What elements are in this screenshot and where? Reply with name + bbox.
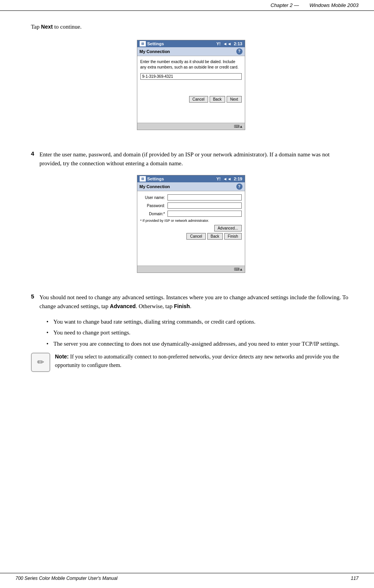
signal-2: Y! (216, 177, 220, 181)
step4-number: 4 (31, 150, 39, 168)
main-content: Tap Next to continue. ⊞ Settings Y! ◄◄ 2… (0, 11, 374, 392)
domain-field[interactable] (167, 211, 242, 217)
step5-text-middle: . Otherwise, tap (136, 303, 174, 309)
screenshot1: ⊞ Settings Y! ◄◄ 2:13 My Connection ? En… (137, 40, 245, 130)
page-footer: 700 Series Color Mobile Computer User's … (0, 573, 374, 581)
time-2: 2:19 (234, 177, 242, 181)
header-chapter-label: Chapter 2 — (270, 2, 299, 8)
step5-bold-finish: Finish (174, 303, 190, 309)
phone-number-field[interactable]: 9-1-319-369-4321 (140, 73, 242, 80)
screenshot2-wrapper: ⊞ Settings Y! ◄◄ 2:19 My Connection ? Us… (31, 175, 351, 285)
note-body: If you select to automatically connect t… (55, 354, 339, 368)
step5-text-end: . (190, 303, 191, 309)
back-button-1[interactable]: Back (210, 96, 225, 103)
form-row-password: Password: (140, 202, 242, 209)
help-icon-2: ? (236, 183, 243, 190)
step5-bold-advanced: Advanced (110, 303, 136, 309)
password-label: Password: (140, 204, 167, 208)
bullet-item-2: You need to change port settings. (46, 328, 351, 337)
cancel-button-2[interactable]: Cancel (186, 233, 205, 240)
form-footnote: * If provided by ISP or network administ… (140, 219, 242, 223)
bullet-list: You want to change baud rate settings, d… (46, 317, 351, 348)
page-header: Chapter 2 — Windows Mobile 2003 (0, 0, 374, 11)
buttons-row-2: Cancel Back Finish (140, 233, 242, 241)
time-1: 2:13 (234, 41, 242, 46)
app-name-1: Settings (147, 41, 164, 46)
help-icon-1: ? (236, 48, 243, 55)
step4-text: Enter the user name, password, and domai… (39, 150, 351, 168)
signal-1: Y! (216, 41, 220, 46)
screenshot2: ⊞ Settings Y! ◄◄ 2:19 My Connection ? Us… (137, 175, 245, 273)
windows-icon-1: ⊞ (140, 41, 146, 46)
title-1: My Connection (140, 49, 170, 54)
footer-left: 700 Series Color Mobile Computer User's … (15, 576, 118, 581)
note-text: Note: If you select to automatically con… (55, 353, 351, 369)
status-bar-left-2: ⊞ Settings (140, 176, 164, 182)
screenshot1-wrapper: ⊞ Settings Y! ◄◄ 2:13 My Connection ? En… (31, 40, 351, 142)
screen-body-2: User name: Password: Domain:* * If provi… (137, 191, 245, 244)
step5-text: You should not need to change any advanc… (39, 293, 351, 311)
screen-footer-1: ⌨▲ (137, 123, 245, 130)
bullet-item-1: You want to change baud rate settings, d… (46, 317, 351, 326)
title-2: My Connection (140, 184, 170, 189)
intro-bold-next: Next (41, 24, 53, 30)
buttons-row-1: Cancel Back Next (140, 96, 242, 104)
status-bar-right-2: Y! ◄◄ 2:19 (216, 177, 242, 181)
username-field[interactable] (167, 194, 242, 201)
intro-paragraph: Tap Next to continue. (31, 22, 351, 31)
back-button-2[interactable]: Back (207, 233, 223, 240)
header-separator (302, 2, 306, 8)
step5-number: 5 (31, 293, 39, 311)
status-bar-right-1: Y! ◄◄ 2:13 (216, 41, 242, 46)
step5-text-before: You should not need to change any advanc… (39, 294, 348, 309)
form-row-username: User name: (140, 194, 242, 201)
screen-footer-2: ⌨▲ (137, 266, 245, 273)
keyboard-icon-1: ⌨▲ (234, 124, 243, 129)
title-bar-1: My Connection ? (137, 47, 245, 56)
status-bar-2: ⊞ Settings Y! ◄◄ 2:19 (137, 175, 245, 182)
app-name-2: Settings (147, 177, 164, 181)
advanced-row: Advanced... (140, 225, 242, 231)
password-field[interactable] (167, 202, 242, 209)
screen-body-1: Enter the number exactly as it should be… (137, 56, 245, 107)
note-pencil-icon: ✏ (31, 353, 50, 372)
note-label: Note: (55, 353, 69, 360)
screen-description-1: Enter the number exactly as it should be… (140, 59, 242, 70)
advanced-button[interactable]: Advanced... (214, 225, 242, 231)
domain-label: Domain:* (140, 212, 167, 216)
status-bar-left-1: ⊞ Settings (140, 41, 164, 46)
intro-text-before: Tap (31, 24, 41, 30)
cancel-button-1[interactable]: Cancel (189, 96, 208, 103)
step4-block: 4 Enter the user name, password, and dom… (31, 150, 351, 168)
windows-icon-2: ⊞ (140, 176, 146, 182)
intro-text-after: to continue. (53, 24, 82, 30)
footer-page-number: 117 (351, 576, 359, 581)
form-row-domain: Domain:* (140, 211, 242, 217)
keyboard-icon-2: ⌨▲ (234, 267, 243, 271)
note-box: ✏ Note: If you select to automatically c… (31, 353, 351, 372)
step5-block: 5 You should not need to change any adva… (31, 293, 351, 311)
username-label: User name: (140, 195, 167, 200)
status-bar-1: ⊞ Settings Y! ◄◄ 2:13 (137, 40, 245, 47)
finish-button[interactable]: Finish (224, 233, 242, 240)
title-bar-2: My Connection ? (137, 182, 245, 191)
header-section-label: Windows Mobile 2003 (309, 2, 359, 8)
bullet-item-3: The server you are connecting to does no… (46, 339, 351, 348)
next-button-1[interactable]: Next (227, 96, 242, 103)
